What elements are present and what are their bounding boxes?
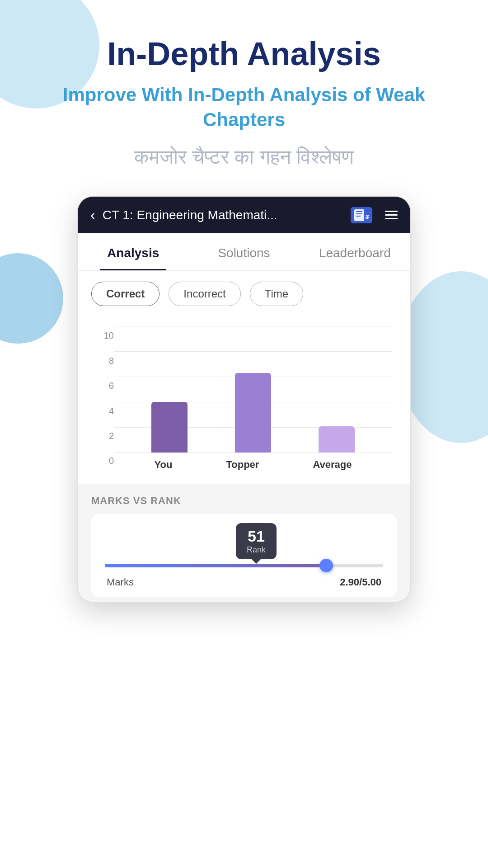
y-label-8: 8 <box>96 356 114 366</box>
x-label-topper: Topper <box>226 459 259 471</box>
bar-topper-rect <box>235 373 271 453</box>
bar-average-rect <box>319 426 355 453</box>
svg-text:अ: अ <box>365 213 369 221</box>
hindi-subtitle: कमजोर चैप्टर का गहन विश्लेषण <box>134 146 354 169</box>
bar-average <box>319 426 355 453</box>
bar-you <box>151 402 188 453</box>
mvr-card: 51 Rank Marks 2.90/5.00 <box>91 514 397 597</box>
chart-inner: You Topper Average <box>114 326 392 471</box>
tabs-container: Analysis Solutions Leaderboard <box>78 233 410 271</box>
y-label-10: 10 <box>96 330 114 341</box>
tab-leaderboard[interactable]: Leaderboard <box>300 233 410 270</box>
svg-rect-2 <box>356 213 362 214</box>
page-subtitle: Improve With In-Depth Analysis of Weak C… <box>0 83 488 132</box>
slider-thumb[interactable] <box>319 559 333 572</box>
slider-track[interactable] <box>105 564 383 567</box>
tab-analysis[interactable]: Analysis <box>78 233 188 270</box>
slider-fill <box>105 564 333 567</box>
topbar-title: CT 1: Engineering Mathemati... <box>103 208 343 222</box>
rank-bubble: 51 Rank <box>236 523 277 559</box>
x-label-average: Average <box>313 459 352 471</box>
svg-rect-1 <box>356 211 362 212</box>
svg-rect-3 <box>356 216 361 217</box>
rank-number: 51 <box>247 528 266 545</box>
marks-label: Marks <box>107 576 134 588</box>
rank-label: Rank <box>247 545 266 555</box>
page-main-title: In-Depth Analysis <box>107 36 380 72</box>
x-axis-labels: You Topper Average <box>114 455 392 471</box>
marks-row: Marks 2.90/5.00 <box>105 576 383 588</box>
y-label-4: 4 <box>96 406 114 416</box>
svg-rect-0 <box>354 209 364 221</box>
bar-you-rect <box>151 402 188 453</box>
filter-incorrect[interactable]: Incorrect <box>169 282 240 306</box>
chart-area: 10 8 6 4 2 0 <box>78 317 410 484</box>
bar-topper <box>235 373 271 453</box>
bars-container <box>114 326 392 453</box>
tab-solutions[interactable]: Solutions <box>188 233 299 270</box>
mvr-title: MARKS VS RANK <box>91 495 397 507</box>
filter-correct[interactable]: Correct <box>91 282 160 306</box>
y-label-6: 6 <box>96 381 114 391</box>
marks-vs-rank-section: MARKS VS RANK 51 Rank Marks 2.90/5.00 <box>78 484 410 602</box>
marks-value: 2.90/5.00 <box>340 576 381 588</box>
back-button[interactable]: ‹ <box>90 207 95 223</box>
filter-buttons: Correct Incorrect Time <box>78 271 410 317</box>
y-label-0: 0 <box>96 456 114 466</box>
menu-button[interactable] <box>385 211 398 219</box>
y-label-2: 2 <box>96 431 114 441</box>
phone-mockup: ‹ CT 1: Engineering Mathemati... अ Analy… <box>77 196 411 603</box>
app-icon: अ <box>351 207 372 223</box>
topbar: ‹ CT 1: Engineering Mathemati... अ <box>78 197 410 233</box>
filter-time[interactable]: Time <box>250 282 303 306</box>
x-label-you: You <box>155 459 173 471</box>
y-axis: 10 8 6 4 2 0 <box>96 326 114 471</box>
